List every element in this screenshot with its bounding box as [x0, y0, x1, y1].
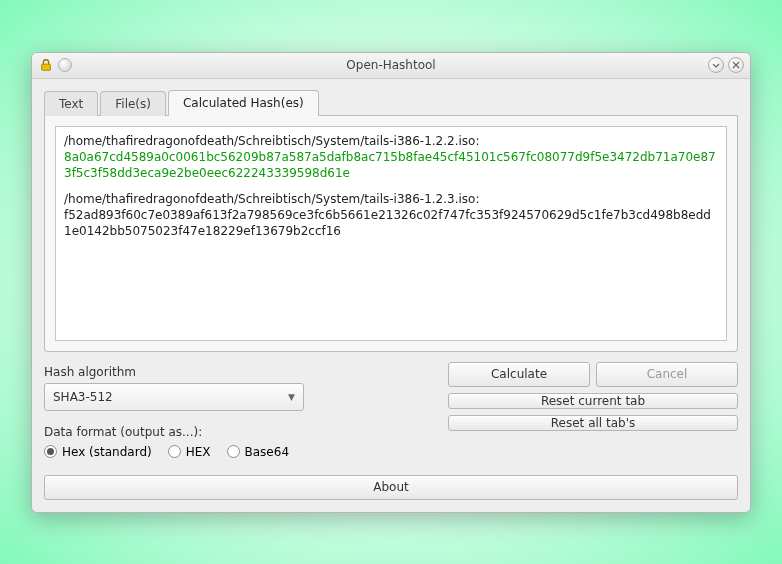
tab-calculated-hashes[interactable]: Calculated Hash(es) — [168, 90, 319, 116]
radio-base64[interactable]: Base64 — [227, 445, 290, 459]
radio-icon — [168, 445, 181, 458]
close-button[interactable] — [728, 57, 744, 73]
chevron-down-icon: ▼ — [288, 392, 295, 402]
radio-hex-standard[interactable]: Hex (standard) — [44, 445, 152, 459]
data-format-label: Data format (output as...): — [44, 425, 428, 439]
main-window: Open-Hashtool Text File(s) Calculated Ha… — [31, 52, 751, 513]
tab-panel: /home/thafiredragonofdeath/Schreibtisch/… — [44, 116, 738, 352]
reset-current-tab-button[interactable]: Reset current tab — [448, 393, 738, 409]
result-hash: f52ad893f60c7e0389af613f2a798569ce3fc6b5… — [64, 207, 718, 239]
lock-icon — [38, 57, 54, 73]
window-title: Open-Hashtool — [32, 58, 750, 72]
tab-text[interactable]: Text — [44, 91, 98, 116]
titlebar: Open-Hashtool — [32, 53, 750, 79]
radio-label: HEX — [186, 445, 211, 459]
radio-icon — [44, 445, 57, 458]
radio-hex-upper[interactable]: HEX — [168, 445, 211, 459]
radio-label: Base64 — [245, 445, 290, 459]
tab-files[interactable]: File(s) — [100, 91, 166, 116]
result-hash: 8a0a67cd4589a0c0061bc56209b87a587a5dafb8… — [64, 149, 718, 181]
hash-algorithm-value: SHA3-512 — [53, 390, 113, 404]
radio-icon — [227, 445, 240, 458]
hash-algorithm-label: Hash algorithm — [44, 365, 428, 379]
about-button[interactable]: About — [44, 475, 738, 500]
tab-bar: Text File(s) Calculated Hash(es) — [44, 89, 738, 116]
result-path: /home/thafiredragonofdeath/Schreibtisch/… — [64, 133, 718, 149]
hash-algorithm-select[interactable]: SHA3-512 ▼ — [44, 383, 304, 411]
cancel-button[interactable]: Cancel — [596, 362, 738, 387]
app-indicator-icon — [58, 58, 72, 72]
result-path: /home/thafiredragonofdeath/Schreibtisch/… — [64, 191, 718, 207]
svg-rect-0 — [42, 64, 51, 70]
minimize-button[interactable] — [708, 57, 724, 73]
data-format-group: Hex (standard) HEX Base64 — [44, 445, 428, 459]
results-textarea[interactable]: /home/thafiredragonofdeath/Schreibtisch/… — [55, 126, 727, 341]
result-entry: /home/thafiredragonofdeath/Schreibtisch/… — [64, 133, 718, 182]
reset-all-tabs-button[interactable]: Reset all tab's — [448, 415, 738, 431]
calculate-button[interactable]: Calculate — [448, 362, 590, 387]
result-entry: /home/thafiredragonofdeath/Schreibtisch/… — [64, 191, 718, 240]
radio-label: Hex (standard) — [62, 445, 152, 459]
